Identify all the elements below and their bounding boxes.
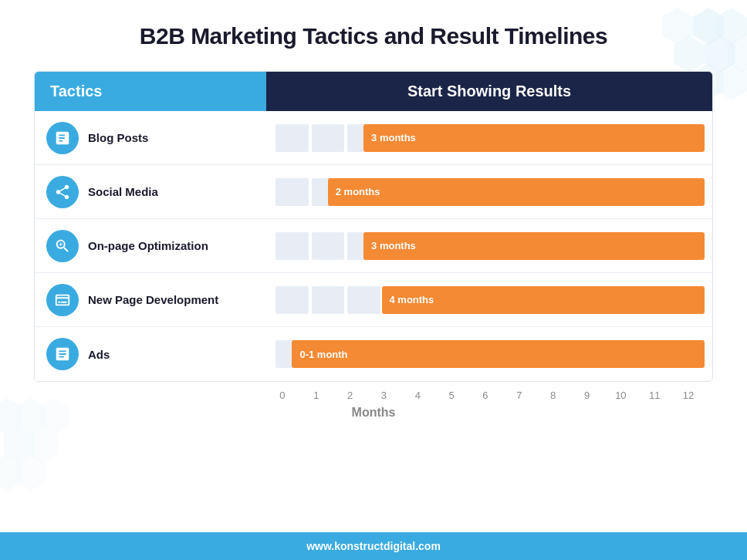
bar-cell-new-page-dev: 4 months bbox=[266, 280, 712, 320]
bar-fill-blog-posts: 3 months bbox=[363, 124, 705, 152]
bar-fill-on-page-optimization: 3 months bbox=[363, 232, 705, 260]
tactics-header: Tactics bbox=[35, 72, 266, 111]
bar-fill-social-media: 2 months bbox=[328, 178, 705, 206]
bar-cell-ads: 0-1 month bbox=[266, 334, 712, 374]
tactic-name-new-page-dev: New Page Development bbox=[88, 293, 218, 306]
x-tick-4: 4 bbox=[401, 390, 434, 401]
x-tick-7: 7 bbox=[502, 390, 536, 401]
bar-cell-on-page-optimization: 3 months bbox=[266, 226, 712, 266]
bar-area-ads: 0-1 month bbox=[274, 340, 705, 368]
bar-area-social-media: 2 months bbox=[274, 178, 705, 206]
x-tick-1: 1 bbox=[299, 390, 333, 401]
chart-row-ads: Ads0-1 month bbox=[35, 327, 712, 381]
tactic-cell-blog-posts: Blog Posts bbox=[35, 114, 266, 162]
x-tick-9: 9 bbox=[570, 390, 604, 401]
bar-area-blog-posts: 3 months bbox=[274, 124, 705, 152]
bar-fill-ads: 0-1 month bbox=[292, 340, 705, 368]
tactic-cell-social-media: Social Media bbox=[35, 168, 266, 216]
ads-icon bbox=[46, 338, 79, 370]
tactic-name-ads: Ads bbox=[88, 348, 110, 361]
bar-cell-social-media: 2 months bbox=[266, 172, 712, 212]
bar-fill-new-page-dev: 4 months bbox=[382, 286, 705, 314]
page-title: B2B Marketing Tactics and Result Timelin… bbox=[140, 23, 607, 49]
x-tick-8: 8 bbox=[536, 390, 570, 401]
tactic-cell-on-page-optimization: On-page Optimization bbox=[35, 222, 266, 270]
chart-row-on-page-optimization: On-page Optimization3 months bbox=[35, 219, 712, 273]
results-header: Start Showing Results bbox=[266, 72, 712, 111]
bar-area-on-page-optimization: 3 months bbox=[274, 232, 705, 260]
bar-area-new-page-dev: 4 months bbox=[274, 286, 705, 314]
development-icon bbox=[46, 284, 79, 316]
tactic-cell-new-page-dev: New Page Development bbox=[35, 276, 266, 324]
optimization-icon bbox=[46, 230, 79, 262]
x-tick-5: 5 bbox=[434, 390, 468, 401]
chart-row-blog-posts: Blog Posts3 months bbox=[35, 111, 712, 165]
tactic-name-blog-posts: Blog Posts bbox=[88, 131, 148, 144]
x-tick-11: 11 bbox=[637, 390, 671, 401]
x-axis: 0123456789101112 bbox=[34, 390, 713, 401]
tactic-name-social-media: Social Media bbox=[88, 185, 158, 198]
x-axis-container: 0123456789101112 Months bbox=[34, 390, 713, 420]
blog-icon bbox=[46, 122, 79, 154]
x-tick-12: 12 bbox=[671, 390, 705, 401]
bar-cell-blog-posts: 3 months bbox=[266, 118, 712, 158]
x-tick-6: 6 bbox=[468, 390, 502, 401]
tactic-cell-ads: Ads bbox=[35, 330, 266, 378]
x-tick-2: 2 bbox=[333, 390, 367, 401]
chart-row-social-media: Social Media2 months bbox=[35, 165, 712, 219]
chart-header: Tactics Start Showing Results bbox=[35, 72, 712, 111]
page-container: B2B Marketing Tactics and Result Timelin… bbox=[0, 0, 747, 560]
x-tick-3: 3 bbox=[367, 390, 401, 401]
tactic-name-on-page-optimization: On-page Optimization bbox=[88, 239, 208, 252]
social-icon bbox=[46, 176, 79, 208]
footer: www.konstructdigital.com bbox=[0, 532, 747, 560]
chart-rows: Blog Posts3 monthsSocial Media2 monthsOn… bbox=[35, 111, 712, 381]
footer-url: www.konstructdigital.com bbox=[306, 540, 441, 552]
x-tick-0: 0 bbox=[265, 390, 299, 401]
x-axis-label: Months bbox=[34, 406, 713, 420]
x-tick-10: 10 bbox=[603, 390, 637, 401]
chart-row-new-page-dev: New Page Development4 months bbox=[35, 273, 712, 327]
chart-container: Tactics Start Showing Results Blog Posts… bbox=[34, 71, 713, 382]
